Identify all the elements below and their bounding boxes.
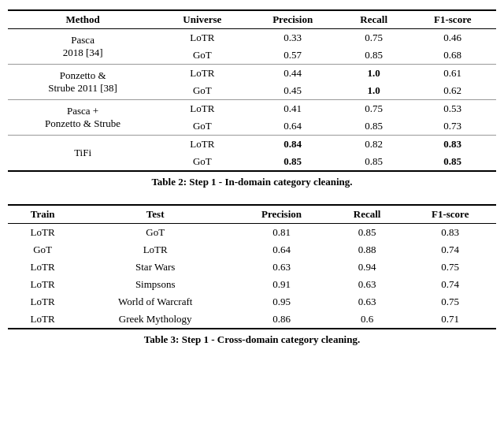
precision-cell: 0.64 (233, 241, 330, 259)
precision-cell: 0.86 (233, 311, 330, 329)
col-train: Train (8, 205, 77, 224)
table2-caption: Table 3: Step 1 - Cross-domain category … (8, 333, 496, 346)
f1-cell: 0.83 (409, 136, 496, 154)
precision-cell: 0.44 (246, 65, 338, 83)
universe-cell: LoTR (158, 29, 246, 47)
method-cell: TiFi (8, 136, 158, 172)
recall-cell: 0.85 (330, 224, 405, 242)
train-cell: LoTR (8, 293, 77, 311)
recall-cell: 0.85 (339, 47, 410, 65)
universe-cell: LoTR (158, 100, 246, 118)
table2-container: Train Test Precision Recall F1-score LoT… (8, 204, 496, 355)
test-cell: LoTR (77, 241, 233, 259)
recall-cell: 0.6 (330, 311, 405, 329)
precision-cell: 0.91 (233, 276, 330, 293)
recall-cell: 0.63 (330, 293, 405, 311)
table1: Method Universe Precision Recall F1-scor… (8, 9, 496, 172)
col-f1: F1-score (404, 205, 496, 224)
table-row: LoTRGoT0.810.850.83 (8, 224, 496, 242)
col-universe: Universe (158, 10, 246, 29)
precision-cell: 0.45 (246, 82, 338, 100)
f1-cell: 0.61 (409, 65, 496, 83)
table-row: Pasca2018 [34]LoTR0.330.750.46 (8, 29, 496, 47)
train-cell: LoTR (8, 311, 77, 329)
precision-cell: 0.63 (233, 259, 330, 276)
recall-cell: 1.0 (339, 82, 410, 100)
precision-cell: 0.57 (246, 47, 338, 65)
precision-cell: 0.64 (246, 117, 338, 136)
recall-cell: 0.63 (330, 276, 405, 293)
test-cell: Simpsons (77, 276, 233, 293)
table-row: GoTLoTR0.640.880.74 (8, 241, 496, 259)
f1-cell: 0.68 (409, 47, 496, 65)
recall-cell: 0.75 (339, 29, 410, 47)
table-row: LoTRGreek Mythology0.860.60.71 (8, 311, 496, 329)
method-cell: Pasca2018 [34] (8, 29, 158, 65)
table1-caption: Table 2: Step 1 - In-domain category cle… (8, 176, 496, 188)
table2-header-row: Train Test Precision Recall F1-score (8, 205, 496, 224)
col-recall: Recall (339, 10, 410, 29)
method-cell: Ponzetto &Strube 2011 [38] (8, 65, 158, 100)
recall-cell: 0.85 (339, 153, 410, 171)
col-test: Test (77, 205, 233, 224)
test-cell: Star Wars (77, 259, 233, 276)
recall-cell: 0.88 (330, 241, 405, 259)
col-method: Method (8, 10, 158, 29)
f1-cell: 0.75 (404, 293, 496, 311)
universe-cell: GoT (158, 47, 246, 65)
test-cell: World of Warcraft (77, 293, 233, 311)
universe-cell: LoTR (158, 65, 246, 83)
test-cell: Greek Mythology (77, 311, 233, 329)
recall-cell: 0.75 (339, 100, 410, 118)
table-row: Ponzetto &Strube 2011 [38]LoTR0.441.00.6… (8, 65, 496, 83)
train-cell: LoTR (8, 276, 77, 293)
train-cell: LoTR (8, 259, 77, 276)
f1-cell: 0.62 (409, 82, 496, 100)
table-row: TiFiLoTR0.840.820.83 (8, 136, 496, 154)
f1-cell: 0.83 (404, 224, 496, 242)
recall-cell: 1.0 (339, 65, 410, 83)
table-row: LoTRWorld of Warcraft0.950.630.75 (8, 293, 496, 311)
universe-cell: GoT (158, 153, 246, 171)
recall-cell: 0.94 (330, 259, 405, 276)
precision-cell: 0.95 (233, 293, 330, 311)
universe-cell: LoTR (158, 136, 246, 154)
col-f1: F1-score (409, 10, 496, 29)
table-row: LoTRStar Wars0.630.940.75 (8, 259, 496, 276)
table1-container: Method Universe Precision Recall F1-scor… (8, 9, 496, 198)
recall-cell: 0.82 (339, 136, 410, 154)
f1-cell: 0.85 (409, 153, 496, 171)
f1-cell: 0.74 (404, 276, 496, 293)
precision-cell: 0.41 (246, 100, 338, 118)
f1-cell: 0.53 (409, 100, 496, 118)
method-cell: Pasca +Ponzetto & Strube (8, 100, 158, 136)
train-cell: LoTR (8, 224, 77, 242)
f1-cell: 0.73 (409, 117, 496, 136)
f1-cell: 0.75 (404, 259, 496, 276)
f1-cell: 0.46 (409, 29, 496, 47)
table1-header-row: Method Universe Precision Recall F1-scor… (8, 10, 496, 29)
precision-cell: 0.85 (246, 153, 338, 171)
f1-cell: 0.74 (404, 241, 496, 259)
precision-cell: 0.84 (246, 136, 338, 154)
recall-cell: 0.85 (339, 117, 410, 136)
table-row: LoTRSimpsons0.910.630.74 (8, 276, 496, 293)
precision-cell: 0.81 (233, 224, 330, 242)
train-cell: GoT (8, 241, 77, 259)
universe-cell: GoT (158, 117, 246, 136)
col-precision: Precision (246, 10, 338, 29)
table2: Train Test Precision Recall F1-score LoT… (8, 204, 496, 329)
universe-cell: GoT (158, 82, 246, 100)
test-cell: GoT (77, 224, 233, 242)
f1-cell: 0.71 (404, 311, 496, 329)
col-recall: Recall (330, 205, 405, 224)
precision-cell: 0.33 (246, 29, 338, 47)
col-precision: Precision (233, 205, 330, 224)
table-row: Pasca +Ponzetto & StrubeLoTR0.410.750.53 (8, 100, 496, 118)
